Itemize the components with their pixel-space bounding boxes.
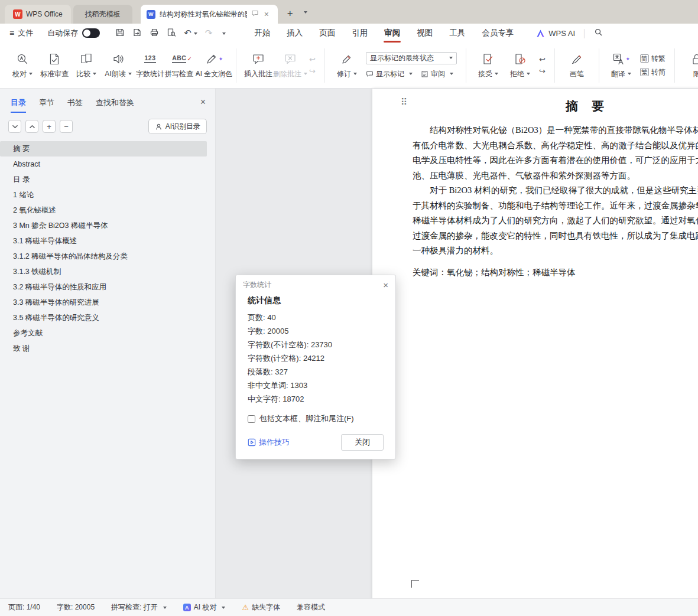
tab-reference[interactable]: 引用 [343, 24, 376, 43]
export-icon[interactable] [132, 28, 142, 39]
status-ai-proofread[interactable]: A AI 校对 [183, 602, 226, 612]
ai-recognize-toc-button[interactable]: AI识别目录 [148, 119, 207, 134]
insert-comment-button[interactable]: 插入批注 [245, 52, 271, 79]
tab-membership[interactable]: 会员专享 [473, 24, 522, 43]
save-icon[interactable] [115, 28, 125, 39]
document-page[interactable]: ⠿ 摘 要 结构对称性对氧化铋（Bi2O3）是一种宽禁带的直接带隙氧化物半导体材… [372, 89, 698, 616]
stat-chinese-chars: 中文字符18702 [248, 392, 384, 406]
show-markup-button[interactable]: 显示标记 [366, 69, 413, 79]
status-word-count[interactable]: 字数: 20005 [57, 602, 95, 612]
proofread-button[interactable]: 校对 [9, 52, 35, 79]
outline-item-1[interactable]: 1 绪论 [0, 187, 215, 203]
tab-review[interactable]: 审阅 [376, 24, 408, 43]
previous-comment-icon[interactable]: ↩ [309, 56, 316, 63]
sidebar-tab-bookmark[interactable]: 书签 [67, 97, 83, 108]
outline-item-3-1-2[interactable]: 3.1.2 稀磁半导体的晶体结构及分类 [0, 249, 215, 264]
template-store-tab[interactable]: 找稻壳模板 [73, 5, 132, 24]
expand-all-button[interactable] [8, 120, 21, 133]
review-pane-button[interactable]: 审阅 [421, 69, 453, 79]
tab-tools[interactable]: 工具 [441, 24, 473, 43]
status-missing-font[interactable]: ⚠ 缺失字体 [242, 602, 280, 612]
document-tab[interactable]: W 结构对称性对氧化铋能带的影 × [141, 5, 278, 24]
outline-item-2[interactable]: 2 氧化铋概述 [0, 203, 215, 218]
zoom-out-outline-button[interactable]: − [60, 120, 73, 133]
outline-item-contents[interactable]: 目 录 [0, 172, 215, 187]
spell-check-button[interactable]: ABC✓ 拼写检查 [169, 52, 195, 79]
accept-button[interactable]: 接受 [475, 52, 501, 79]
next-comment-icon[interactable]: ↪ [309, 67, 316, 75]
outline-item-3-1-3[interactable]: 3.1.3 铁磁机制 [0, 264, 215, 279]
tab-insert[interactable]: 插入 [278, 24, 311, 43]
outline-item-3-2[interactable]: 3.2 稀磁半导体的性质和应用 [0, 279, 215, 295]
delete-comment-button[interactable]: 删除批注 [277, 52, 303, 79]
standard-review-button[interactable]: 标准审查 [41, 52, 67, 79]
dialog-close-icon[interactable]: × [383, 280, 388, 290]
outline-item-3-3[interactable]: 3.3 稀磁半导体的研究进展 [0, 295, 215, 310]
sidebar-tab-toc[interactable]: 目录 [11, 97, 26, 113]
ai-read-aloud-button[interactable]: AI朗读 [105, 52, 131, 79]
outline-item-abstract-en[interactable]: Abstract [0, 157, 215, 172]
status-compat-mode[interactable]: 兼容模式 [297, 602, 325, 612]
comment-navigation: ↩ ↪ [309, 56, 316, 75]
insert-comment-label: 插入批注 [244, 69, 272, 79]
track-changes-button[interactable]: 修订 [334, 52, 360, 79]
review-ribbon: 校对 标准审查 比较 AI朗读 123 字数统计 ABC✓ 拼写检查 ✦ AI … [0, 43, 698, 89]
sidebar-tab-find-replace[interactable]: 查找和替换 [96, 97, 134, 108]
ai-polish-button[interactable]: ✦ AI 全文润色 [201, 52, 227, 79]
sidebar-tab-chapter[interactable]: 章节 [39, 97, 54, 108]
proofread-icon [16, 52, 29, 66]
undo-icon[interactable]: ↶ [184, 28, 197, 38]
autosave-toggle[interactable] [82, 28, 100, 38]
outline-item-acknowledgement[interactable]: 致 谢 [0, 341, 215, 356]
convert-group: 简转繁 繁转简 [640, 54, 665, 77]
tips-link[interactable]: 操作技巧 [248, 437, 290, 448]
print-icon[interactable] [150, 28, 159, 39]
zoom-in-outline-button[interactable]: + [43, 120, 56, 133]
paragraph-drag-handle-icon[interactable]: ⠿ [401, 97, 407, 107]
document-tab-title: 结构对称性对氧化铋能带的影 [160, 9, 247, 19]
next-change-icon[interactable]: ↪ [539, 67, 546, 75]
previous-change-icon[interactable]: ↩ [539, 56, 546, 63]
tab-list-dropdown-icon[interactable] [301, 6, 307, 17]
collapse-all-button[interactable] [25, 120, 38, 133]
more-commands-icon[interactable] [220, 29, 226, 38]
outline-item-3-5[interactable]: 3.5 稀磁半导体的研究意义 [0, 310, 215, 325]
tab-home[interactable]: 开始 [246, 24, 278, 43]
tab-view[interactable]: 视图 [408, 24, 441, 43]
wps-ai-label: WPS AI [548, 29, 575, 38]
traditional-to-simplified-button[interactable]: 繁转简 [640, 67, 665, 77]
keywords-line: 关键词：氧化铋；结构对称性；稀磁半导体 [413, 267, 698, 278]
autosave-label: 自动保存 [47, 28, 78, 38]
print-preview-icon[interactable] [167, 28, 176, 39]
outline-item-references[interactable]: 参考文献 [0, 325, 215, 341]
dialog-titlebar[interactable]: 字数统计 × [236, 275, 395, 294]
outline-item-3[interactable]: 3 Mn 掺杂 Bi2O3 稀磁半导体 [0, 218, 215, 233]
reject-button[interactable]: 拒绝 [507, 52, 533, 79]
status-spell-check[interactable]: 拼写检查: 打开 [111, 602, 167, 612]
new-tab-button[interactable]: + [287, 8, 293, 19]
redo-icon[interactable]: ↷ [205, 28, 213, 38]
outline-item-3-1[interactable]: 3.1 稀磁半导体概述 [0, 233, 215, 249]
sidebar-close-icon[interactable]: × [200, 97, 206, 107]
compare-button[interactable]: 比较 [73, 52, 99, 79]
status-page-indicator[interactable]: 页面: 1/40 [8, 602, 40, 612]
simplified-to-traditional-button[interactable]: 简转繁 [640, 54, 665, 64]
markup-state-dropdown[interactable]: 显示标记的最终状态 [366, 52, 457, 64]
restrict-editing-button[interactable]: 限 [684, 52, 698, 79]
outline-item-abstract-cn[interactable]: 摘 要 [0, 141, 207, 157]
translate-button[interactable]: ✦ 翻译 [608, 52, 634, 79]
spell-check-label: 拼写检查 [165, 69, 193, 79]
quick-access-toolbar: ↶ ↷ [115, 28, 226, 39]
word-count-button[interactable]: 123 字数统计 [137, 52, 163, 79]
wps-home-tab[interactable]: W WPS Office [5, 5, 71, 24]
file-menu-button[interactable]: ≡ 文件 [9, 28, 33, 38]
template-tab-label: 找稻壳模板 [85, 9, 121, 19]
wps-ai-button[interactable]: WPS AI [536, 29, 575, 38]
tab-page[interactable]: 页面 [311, 24, 343, 43]
include-footnotes-checkbox[interactable] [248, 415, 255, 423]
ink-brush-button[interactable]: 画笔 [564, 52, 590, 79]
close-tab-icon[interactable]: × [264, 9, 269, 19]
dialog-close-button[interactable]: 关闭 [341, 434, 384, 451]
search-icon[interactable] [594, 28, 603, 38]
ai-polish-label: AI 全文润色 [196, 69, 233, 79]
